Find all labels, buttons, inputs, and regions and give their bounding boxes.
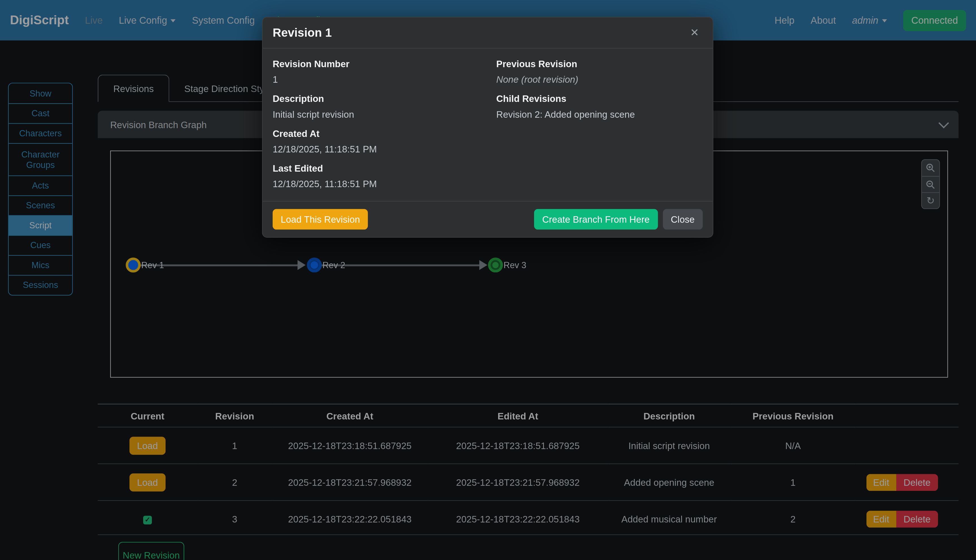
modal-header: Revision 1 ✕ [263, 18, 713, 48]
modal-title: Revision 1 [272, 26, 332, 39]
field-value-created-at: 12/18/2025, 11:18:51 PM [272, 143, 496, 155]
modal-body: Revision Number 1 Description Initial sc… [263, 48, 713, 201]
field-label-revision-number: Revision Number [272, 58, 496, 70]
field-label-previous-revision: Previous Revision [496, 58, 702, 70]
field-value-last-edited: 12/18/2025, 11:18:51 PM [272, 178, 496, 190]
app-viewport: DigiScript Live Live Config System Confi… [0, 0, 976, 560]
close-icon[interactable]: ✕ [687, 25, 703, 40]
field-label-last-edited: Last Edited [272, 162, 496, 174]
close-modal-button[interactable]: Close [663, 209, 703, 230]
field-label-child-revisions: Child Revisions [496, 93, 702, 105]
field-label-description: Description [272, 93, 496, 105]
modal-footer: Load This Revision Create Branch From He… [263, 201, 713, 237]
revision-detail-modal: Revision 1 ✕ Revision Number 1 Descripti… [262, 17, 713, 238]
field-value-previous-revision: None (root revision) [496, 73, 702, 85]
modal-fields-right: Previous Revision None (root revision) C… [496, 58, 702, 197]
field-value-revision-number: 1 [272, 73, 496, 85]
field-label-created-at: Created At [272, 128, 496, 140]
modal-fields-left: Revision Number 1 Description Initial sc… [272, 58, 496, 197]
field-value-child-revisions: Revision 2: Added opening scene [496, 108, 702, 120]
field-value-description: Initial script revision [272, 108, 496, 120]
create-branch-button[interactable]: Create Branch From Here [534, 209, 658, 230]
load-this-revision-button[interactable]: Load This Revision [272, 209, 368, 230]
